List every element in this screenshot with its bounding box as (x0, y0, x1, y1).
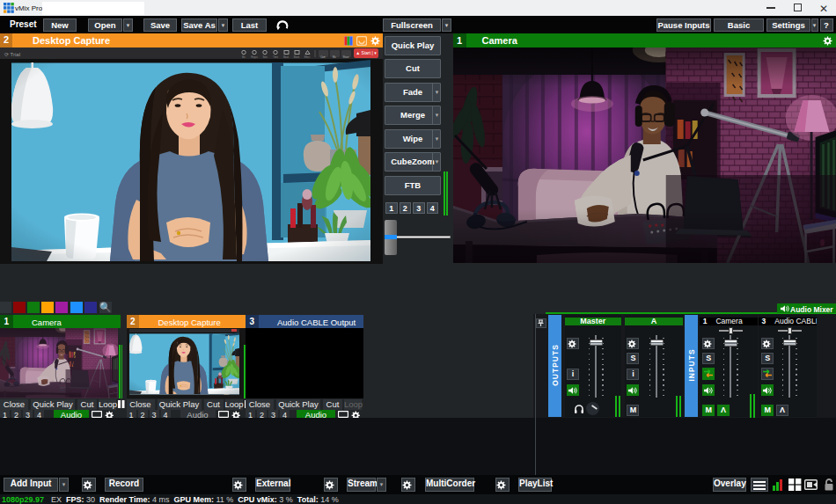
svg-text:Share: Share (343, 55, 349, 58)
svg-text:Mic: Mic (333, 55, 337, 58)
svg-text:Cam: Cam (320, 55, 325, 58)
svg-text:Mic: Mic (242, 55, 246, 58)
svg-text:Time: Time (273, 55, 278, 58)
svg-text:Solo: Solo (262, 55, 268, 58)
svg-text:Effect: Effect (304, 55, 311, 58)
svg-text:Mask: Mask (283, 55, 290, 58)
svg-text:Regist: Regist (251, 55, 258, 58)
svg-text:Blank: Blank (294, 55, 300, 58)
